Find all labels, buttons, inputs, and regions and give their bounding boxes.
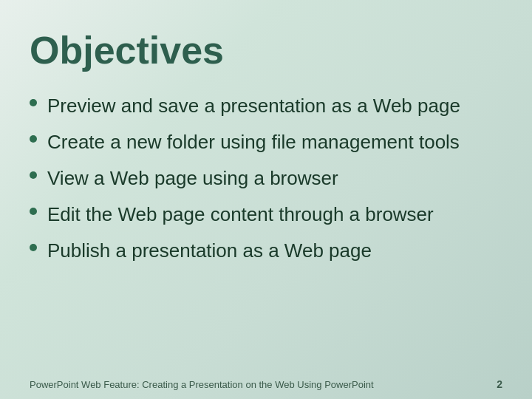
bullet-dot-icon <box>30 244 37 251</box>
bullet-dot-icon <box>30 171 37 179</box>
slide-footer: PowerPoint Web Feature: Creating a Prese… <box>30 378 502 390</box>
bullet-text: View a Web page using a browser <box>47 166 502 191</box>
bullet-text: Create a new folder using file managemen… <box>47 129 502 155</box>
bullet-list: Preview and save a presentation as a Web… <box>30 93 502 362</box>
footer-text: PowerPoint Web Feature: Creating a Prese… <box>30 379 374 390</box>
list-item: Publish a presentation as a Web page <box>30 238 502 264</box>
bullet-text: Edit the Web page content through a brow… <box>47 202 502 228</box>
slide: Objectives Preview and save a presentati… <box>0 0 532 399</box>
footer-page: 2 <box>497 378 502 390</box>
bullet-text: Publish a presentation as a Web page <box>47 238 502 264</box>
list-item: Create a new folder using file managemen… <box>30 129 502 155</box>
bullet-dot-icon <box>30 99 37 106</box>
bullet-text: Preview and save a presentation as a Web… <box>47 93 502 119</box>
slide-title: Objectives <box>30 28 502 72</box>
list-item: Preview and save a presentation as a Web… <box>30 93 502 119</box>
bullet-dot-icon <box>30 208 37 215</box>
bullet-dot-icon <box>30 135 37 143</box>
list-item: Edit the Web page content through a brow… <box>30 202 502 228</box>
list-item: View a Web page using a browser <box>30 166 502 191</box>
